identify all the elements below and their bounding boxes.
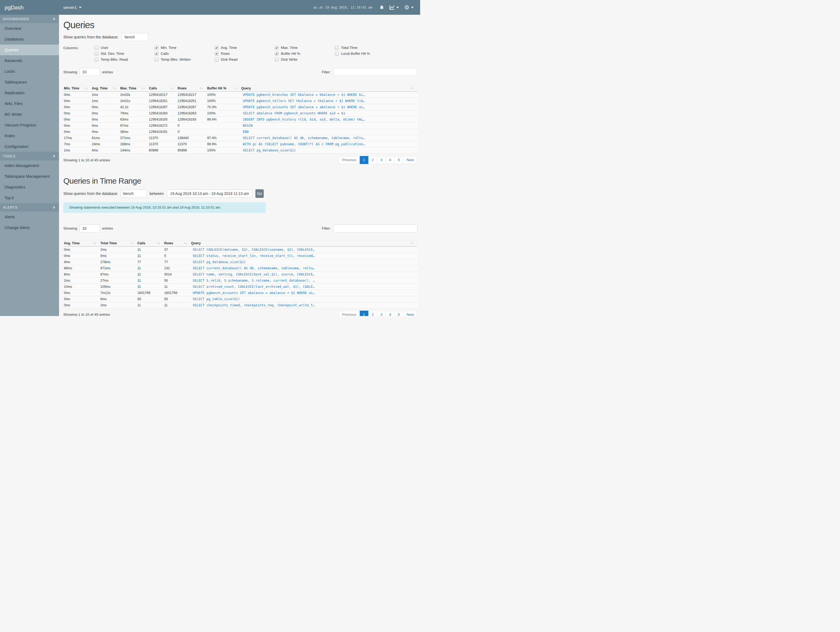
pagination-page-1[interactable]: 1 [360, 156, 369, 164]
notifications-button[interactable] [379, 5, 384, 10]
column-header-calls[interactable]: Calls↑↓ [137, 241, 164, 245]
sidebar-item-overview[interactable]: Overview [0, 23, 59, 34]
query-link[interactable]: UPDATE pgbench_accounts SET abalance = a… [191, 291, 417, 295]
column-checkbox-std-dev-time[interactable]: Std. Dev. Time [95, 52, 155, 55]
column-checkbox-temp-blks-written[interactable]: Temp Blks. Written [155, 57, 215, 62]
pagination-page-2[interactable]: 2 [368, 310, 377, 316]
go-button[interactable]: Go [256, 189, 264, 198]
column-checkbox-temp-blks-read[interactable]: Temp Blks. Read [95, 57, 155, 62]
sidebar-item-bg-writer[interactable]: BG Writer [0, 109, 59, 120]
query-link[interactable]: UPDATE pgbench_branches SET bbalance = b… [241, 93, 417, 97]
query-link[interactable]: SELECT archived_count, COALESCE(last_arc… [191, 285, 417, 288]
sidebar-section-tools[interactable]: TOOLS> [0, 152, 59, 160]
column-checkbox-disk-write[interactable]: Disk Write [275, 57, 335, 62]
sidebar-item-wal-files[interactable]: WAL Files [0, 98, 59, 109]
charts-menu-button[interactable] [389, 5, 399, 10]
column-header-avg-time[interactable]: Avg. Time↑↓ [91, 86, 120, 90]
sidebar-item-configuration[interactable]: Configuration [0, 141, 59, 152]
checkbox-label: Buffer Hit % [281, 52, 300, 55]
time-range-input[interactable] [167, 190, 253, 198]
column-header-query[interactable]: Query↑↓ [241, 86, 417, 90]
filter-input[interactable] [333, 68, 417, 76]
sidebar-item-index-management[interactable]: Index Management [0, 160, 59, 171]
sidebar-item-locks[interactable]: Locks [0, 66, 59, 77]
database-input[interactable] [120, 190, 147, 198]
query-link[interactable]: UPDATE pgbench_accounts SET abalance = a… [241, 105, 417, 109]
sidebar-item-replication[interactable]: Replication [0, 87, 59, 98]
database-input[interactable] [122, 33, 148, 41]
pagination-page-3[interactable]: 3 [377, 310, 386, 316]
column-header-max-time[interactable]: Max. Time↑↓ [120, 86, 148, 90]
sidebar-item-top-k[interactable]: Topk [0, 193, 59, 203]
query-link[interactable]: SELECT S.relid, S.schemaname, S.relname,… [191, 279, 417, 282]
sidebar-item-tablespaces[interactable]: Tablespaces [0, 77, 59, 87]
column-checkbox-calls[interactable]: ✓Calls [155, 52, 215, 55]
column-header-buffer-hit[interactable]: Buffer Hit %↑↓ [207, 86, 241, 90]
filter-input[interactable] [333, 225, 417, 233]
sidebar-item-backends[interactable]: Backends [0, 55, 59, 66]
query-link[interactable]: SELECT pg_database_size($1) [191, 260, 417, 264]
pagination-page-5[interactable]: 5 [395, 310, 404, 316]
pagination-page-1[interactable]: 1 [360, 310, 369, 316]
cell: 1295418193 [177, 117, 207, 121]
column-checkbox-avg-time[interactable]: ✓Avg. Time [215, 46, 275, 50]
sidebar-item-roles[interactable]: Roles [0, 130, 59, 141]
column-header-query[interactable]: Query↑↓ [191, 241, 417, 245]
sidebar-item-alerts[interactable]: Alerts [0, 212, 59, 222]
pagination-next[interactable]: Next [403, 156, 417, 164]
pagination-page-5[interactable]: 5 [395, 156, 404, 164]
query-link[interactable]: SELECT COALESCE(datname, $2), COALESCE(u… [191, 248, 417, 252]
query-link[interactable]: BEGIN [241, 124, 417, 128]
pagination-previous[interactable]: Previous [339, 156, 360, 164]
pagination-page-2[interactable]: 2 [368, 156, 377, 164]
pagination-next[interactable]: Next [403, 310, 417, 316]
settings-menu-button[interactable]: ⚙ [404, 5, 414, 11]
pagination-page-4[interactable]: 4 [386, 310, 395, 316]
column-header-min-time[interactable]: Min. Time↑↓ [63, 86, 91, 90]
column-checkbox-disk-read[interactable]: Disk Read [215, 57, 275, 62]
pagination-previous[interactable]: Previous [339, 310, 360, 316]
column-header-rows[interactable]: Rows↑↓ [164, 241, 191, 245]
column-header-calls[interactable]: Calls↑↓ [148, 86, 177, 90]
queries-table: Min. Time↑↓Avg. Time↑↓Max. Time↑↓Calls↑↓… [63, 85, 417, 154]
pagination-page-3[interactable]: 3 [377, 156, 386, 164]
sidebar-item-diagnostics[interactable]: Diagnostics [0, 182, 59, 193]
query-link[interactable]: SELECT pg_table_size($1) [191, 297, 417, 301]
sidebar-item-vacuum-progress[interactable]: Vacuum Progress [0, 120, 59, 130]
checkbox-unchecked-icon [335, 46, 339, 50]
sidebar-item-databases[interactable]: Databases [0, 34, 59, 44]
pagination-page-4[interactable]: 4 [386, 156, 395, 164]
sidebar-item-tablespace-management[interactable]: Tablespace Management [0, 171, 59, 182]
cell: 10ms [63, 285, 100, 288]
sidebar-section-dashboards[interactable]: DASHBOARDS> [0, 15, 59, 23]
sidebar-item-change-alerts[interactable]: Change Alerts [0, 222, 59, 233]
query-link[interactable]: UPDATE pgbench_tellers SET tbalance = tb… [241, 99, 417, 103]
query-link[interactable]: SELECT abalance FROM pgbench_accounts WH… [241, 111, 417, 115]
sidebar-item-queries[interactable]: Queries [0, 44, 59, 55]
chevron-down-icon [79, 7, 82, 8]
column-checkbox-max-time[interactable]: ✓Max. Time [275, 46, 335, 50]
column-checkbox-min-time[interactable]: ✓Min. Time [155, 46, 215, 50]
page-size-input[interactable] [79, 68, 100, 76]
query-link[interactable]: WITH pc AS (SELECT pubname, COUNT(*) AS … [241, 142, 417, 146]
column-checkbox-rows[interactable]: ✓Rows [215, 52, 275, 55]
column-header-rows[interactable]: Rows↑↓ [177, 86, 207, 90]
query-link[interactable]: SELECT current_database() AS db, scheman… [191, 266, 417, 270]
query-link[interactable]: SELECT status, receive_start_lsn, receiv… [191, 254, 417, 258]
column-checkbox-total-time[interactable]: Total Time [335, 46, 395, 50]
query-link[interactable]: END [241, 130, 417, 134]
column-header-total-time[interactable]: Total Time↑↓ [100, 241, 137, 245]
query-link[interactable]: SELECT current_database() AS db, scheman… [241, 136, 417, 140]
column-header-avg-time[interactable]: Avg. Time↑↓ [63, 241, 100, 245]
page-size-input[interactable] [79, 225, 100, 233]
column-header-label: Min. Time [64, 86, 79, 90]
server-selector[interactable]: server1 [63, 5, 82, 10]
column-checkbox-user[interactable]: User [95, 46, 155, 50]
sidebar-section-alerts[interactable]: ALERTS> [0, 203, 59, 212]
column-checkbox-buffer-hit[interactable]: ✓Buffer Hit % [275, 52, 335, 55]
query-link[interactable]: INSERT INTO pgbench_history (tid, bid, a… [241, 117, 417, 121]
query-link[interactable]: SELECT name, setting, COALESCE(boot_val,… [191, 272, 417, 276]
column-checkbox-local-buffer-hit[interactable]: Local Buffer Hit % [335, 52, 395, 55]
query-link[interactable]: SELECT checkpoints_timed, checkpoints_re… [191, 303, 417, 307]
query-link[interactable]: SELECT pg_database_size($1) [241, 149, 417, 152]
